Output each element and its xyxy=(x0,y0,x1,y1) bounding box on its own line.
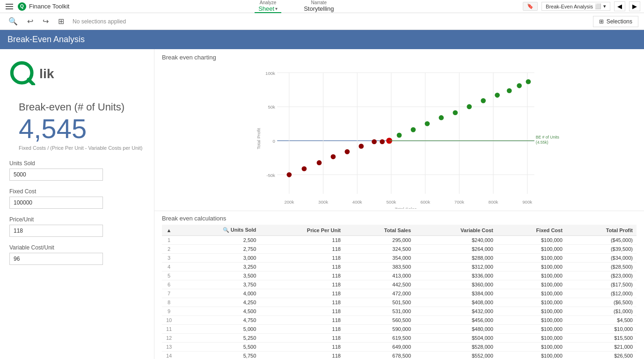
row-profit: ($23,000) xyxy=(566,271,637,280)
toolbar-undo-button[interactable]: ↩ xyxy=(24,15,36,28)
toolbar-redo-button[interactable]: ↪ xyxy=(40,15,51,28)
row-sales: 383,500 xyxy=(344,263,415,271)
price-unit-group: Price/Unit xyxy=(9,216,145,237)
row-price: 118 xyxy=(260,298,344,307)
chart-dot-pos-5 xyxy=(453,110,458,115)
row-price: 118 xyxy=(260,325,344,334)
row-sales: 649,000 xyxy=(344,343,415,352)
table-row: 3 3,000 118 354,000 $288,000 $100,000 ($… xyxy=(162,254,637,263)
row-sales: 560,500 xyxy=(344,316,415,325)
row-profit: ($12,000) xyxy=(566,289,637,298)
prev-sheet-button[interactable]: ◀ xyxy=(614,1,625,11)
table-row: 13 5,500 118 649,000 $528,000 $100,000 $… xyxy=(162,343,637,352)
row-var-cost: $264,000 xyxy=(415,245,497,254)
sheet-icon: ⬜ xyxy=(595,3,601,9)
fixed-cost-label: Fixed Cost xyxy=(9,188,145,195)
row-profit: ($34,000) xyxy=(566,254,637,263)
fixed-cost-input[interactable] xyxy=(9,197,103,209)
row-index: 13 xyxy=(162,343,176,352)
narrate-tab-label: Narrate xyxy=(311,0,327,5)
row-fixed-cost: $100,000 xyxy=(497,316,566,325)
next-sheet-button[interactable]: ▶ xyxy=(629,1,640,11)
sort-icon: ▲ xyxy=(167,227,172,233)
page-title: Break-Even Analysis xyxy=(7,35,85,44)
tab-analyze[interactable]: Analyze Sheet ▾ xyxy=(255,0,281,13)
variable-cost-input[interactable] xyxy=(9,253,103,265)
row-sales: 354,000 xyxy=(344,254,415,263)
row-price: 118 xyxy=(260,271,344,280)
table-body: 1 2,500 118 295,000 $240,000 $100,000 ($… xyxy=(162,236,637,359)
table-title: Break even calculations xyxy=(162,215,637,222)
nav-tabs: Analyze Sheet ▾ Narrate Storytelling xyxy=(73,0,519,13)
selections-button[interactable]: ⊞ Selections xyxy=(593,16,638,27)
row-sales: 531,000 xyxy=(344,307,415,316)
analyze-tab-label: Analyze xyxy=(260,0,277,5)
toolbar-smartsearch-button[interactable]: 🔍 xyxy=(6,15,21,28)
row-index: 7 xyxy=(162,289,176,298)
row-profit: $15,500 xyxy=(566,334,637,343)
sheet-tab-label: Sheet xyxy=(258,5,274,12)
row-units: 3,750 xyxy=(176,280,260,289)
qlik-logo-area: lik xyxy=(9,57,145,89)
row-fixed-cost: $100,000 xyxy=(497,245,566,254)
row-index: 4 xyxy=(162,263,176,271)
row-sales: 590,000 xyxy=(344,325,415,334)
row-units: 5,500 xyxy=(176,343,260,352)
table-row: 8 4,250 118 501,500 $408,000 $100,000 ($… xyxy=(162,298,637,307)
svg-text:-50k: -50k xyxy=(266,173,275,178)
row-profit: $26,500 xyxy=(566,352,637,359)
row-price: 118 xyxy=(260,343,344,352)
row-index: 9 xyxy=(162,307,176,316)
price-unit-input[interactable] xyxy=(9,225,103,237)
hamburger-button[interactable] xyxy=(4,3,15,10)
units-sold-input[interactable] xyxy=(9,169,103,181)
row-profit: ($17,500) xyxy=(566,280,637,289)
row-price: 118 xyxy=(260,254,344,263)
bookmark-button[interactable]: 🔖 xyxy=(523,2,538,11)
svg-text:Total Sales: Total Sales xyxy=(395,206,417,209)
row-units: 2,500 xyxy=(176,236,260,245)
tab-narrate[interactable]: Narrate Storytelling xyxy=(300,0,337,13)
row-var-cost: $336,000 xyxy=(415,271,497,280)
col-units-sold-header[interactable]: 🔍 Units Sold xyxy=(176,225,260,236)
top-bar: Finance Toolkit Analyze Sheet ▾ Narrate … xyxy=(0,0,644,13)
app-title: Finance Toolkit xyxy=(29,3,69,10)
selections-icon: ⊞ xyxy=(599,18,604,25)
toolbar-snapshot-button[interactable]: ⊞ xyxy=(55,15,67,28)
chart-dot-pos-4 xyxy=(439,115,444,120)
row-fixed-cost: $100,000 xyxy=(497,352,566,359)
row-units: 3,000 xyxy=(176,254,260,263)
row-price: 118 xyxy=(260,307,344,316)
row-units: 3,500 xyxy=(176,271,260,280)
row-price: 118 xyxy=(260,352,344,359)
qlik-app-logo xyxy=(18,2,26,11)
table-row: 6 3,750 118 442,500 $360,000 $100,000 ($… xyxy=(162,280,637,289)
row-index: 8 xyxy=(162,298,176,307)
row-profit: ($39,500) xyxy=(566,245,637,254)
row-var-cost: $480,000 xyxy=(415,325,497,334)
y-axis-label: Total Profit xyxy=(256,128,261,149)
table-row: 14 5,750 118 678,500 $552,000 $100,000 $… xyxy=(162,352,637,359)
sheet-dropdown-icon: ▾ xyxy=(603,3,606,9)
col-sort-header[interactable]: ▲ xyxy=(162,225,176,236)
table-section: Break even calculations ▲ 🔍 Units Sold P… xyxy=(154,211,644,359)
row-price: 118 xyxy=(260,334,344,343)
table-row: 2 2,750 118 324,500 $264,000 $100,000 ($… xyxy=(162,245,637,254)
selections-label: Selections xyxy=(607,18,632,25)
chart-dot-pos-6 xyxy=(467,104,472,110)
row-var-cost: $504,000 xyxy=(415,334,497,343)
variable-cost-group: Variable Cost/Unit xyxy=(9,244,145,265)
row-fixed-cost: $100,000 xyxy=(497,254,566,263)
row-sales: 324,500 xyxy=(344,245,415,254)
sheet-tab-dropdown-icon: ▾ xyxy=(275,6,278,11)
chart-dot-4 xyxy=(331,154,336,159)
row-units: 3,250 xyxy=(176,263,260,271)
table-row: 5 3,500 118 413,000 $336,000 $100,000 ($… xyxy=(162,271,637,280)
row-index: 3 xyxy=(162,254,176,263)
row-fixed-cost: $100,000 xyxy=(497,271,566,280)
chart-dot-pos-11 xyxy=(526,79,531,84)
row-sales: 472,000 xyxy=(344,289,415,298)
fixed-cost-group: Fixed Cost xyxy=(9,188,145,209)
svg-text:BE # of Units: BE # of Units xyxy=(536,135,559,139)
row-profit: ($1,000) xyxy=(566,307,637,316)
